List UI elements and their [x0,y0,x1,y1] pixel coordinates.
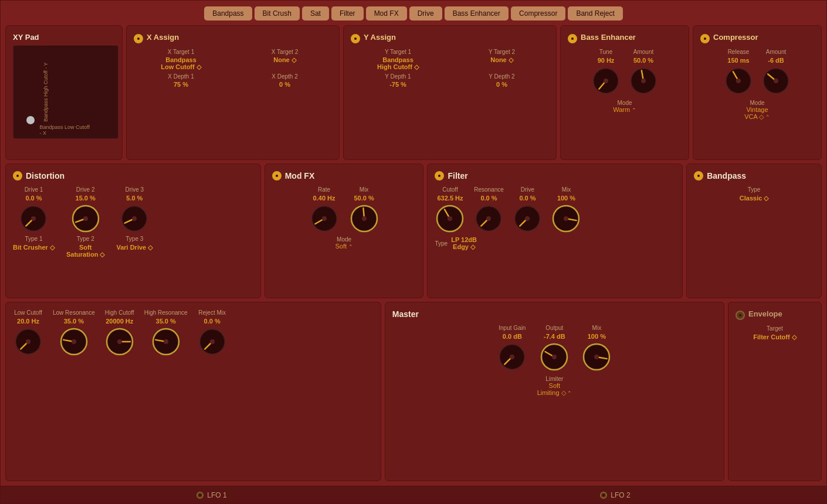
low-res-group: Low Resonance 35.0 % [53,309,95,357]
x-target1-value[interactable]: BandpassLow Cutoff ◇ [134,56,228,71]
high-cutoff-label: High Cutoff [105,309,134,316]
filter-resonance-knob[interactable] [473,203,504,234]
bandpass-power[interactable] [694,171,703,181]
master-knobs: Input Gain 0.0 dB Output -7.4 dB [392,325,717,372]
filter-resonance-value: 0.0 % [480,195,497,202]
drive3-label: Drive 3 [125,186,144,193]
y-depth2-value[interactable]: 0 % [455,81,549,88]
drive2-knob[interactable] [70,203,101,234]
y-depth1-value[interactable]: -75 % [351,81,445,88]
svg-point-59 [552,355,557,359]
drive1-label: Drive 1 [25,186,43,193]
master-input-knob[interactable] [497,342,527,372]
y-target2-value[interactable]: None ◇ [455,56,549,64]
low-res-knob[interactable] [59,326,89,357]
bass-amount-group: Amount 50.0 % [628,49,659,96]
x-assign-power[interactable] [134,34,143,43]
x-depth1-value[interactable]: 75 % [134,81,228,88]
svg-point-8 [736,79,741,83]
xy-pad-box[interactable]: Bandpass High Cutoff - Y Bandpass Low Cu… [13,45,118,139]
bass-enhancer-power[interactable] [568,34,577,43]
tab-sat[interactable]: Sat [302,6,329,21]
modfx-mode-value[interactable]: Soft [335,243,353,250]
bass-enhancer-title: Bass Enhancer [581,33,636,42]
modfx-mix-knob[interactable] [349,203,379,234]
low-cutoff-value: 20.0 Hz [17,318,39,325]
tab-drive[interactable]: Drive [409,6,442,21]
lfo1-power[interactable] [196,492,204,499]
low-res-value: 35.0 % [64,318,84,325]
reject-mix-knob[interactable] [197,326,228,357]
bass-enhancer-knobs: Tune 90 Hz Amount 50.0 % [568,49,682,96]
y-assign-power[interactable] [351,34,360,43]
modfx-mix-label: Mix [360,186,369,193]
envelope-panel: Envelope Target Filter Cutoff ◇ [728,302,822,481]
tab-bitcrush[interactable]: Bit Crush [255,6,300,21]
filter-drive-value: 0.0 % [519,195,535,202]
bass-tune-label: Tune [599,49,612,55]
svg-point-11 [774,79,778,83]
x-depth1-label: X Depth 1 [134,73,228,80]
modfx-power[interactable] [272,171,282,181]
compressor-power[interactable] [700,34,710,43]
envelope-target-value[interactable]: Filter Cutoff ◇ [753,333,796,341]
band-reject-panel: Low Cutoff 20.0 Hz Low Resonance 35.0 % [5,302,381,481]
master-panel: Master Input Gain 0.0 dB Ou [385,302,724,481]
high-res-knob[interactable] [151,326,181,357]
drive3-group: Drive 3 5.0 % Type 3 Vari Drive ◇ [116,186,152,251]
envelope-power[interactable] [736,311,745,320]
modfx-rate-knob[interactable] [309,203,340,234]
bass-mode-value[interactable]: Warm [613,106,636,113]
distortion-power[interactable] [13,171,22,181]
master-input-label: Input Gain [499,325,526,331]
type3-value[interactable]: Vari Drive ◇ [116,244,152,251]
filter-drive-knob[interactable] [512,203,543,234]
drive2-group: Drive 2 15.0 % Type 2 SoftSaturation ◇ [66,186,104,258]
master-output-knob[interactable] [539,342,570,372]
master-mix-label: Mix [592,325,602,331]
type1-value[interactable]: Bit Crusher ◇ [13,244,55,251]
comp-amount-value: -6 dB [768,57,784,64]
tab-band-reject[interactable]: Band Reject [568,6,622,21]
filter-power[interactable] [435,171,444,181]
reject-mix-label: Reject Mix [198,309,226,316]
comp-amount-group: Amount -6 dB [761,49,791,96]
master-limiter-value[interactable]: SoftLimiting ◇ [537,382,572,397]
high-cutoff-knob[interactable] [104,326,135,357]
tab-filter[interactable]: Filter [331,6,364,21]
master-mix-knob[interactable] [581,342,612,372]
bandpass-title: Bandpass [707,171,746,181]
type2-value[interactable]: SoftSaturation ◇ [66,244,104,258]
bass-amount-value: 50.0 % [633,57,653,64]
svg-point-44 [72,339,76,344]
y-assign-header: Y Assign [351,33,549,44]
filter-title: Filter [448,171,467,181]
bandpass-type-label: Type [748,186,761,193]
tab-modfx[interactable]: Mod FX [366,6,407,21]
comp-amount-knob[interactable] [761,66,791,96]
lfo2-power[interactable] [600,492,607,499]
drive3-knob[interactable] [119,203,150,234]
drive3-value: 5.0 % [126,195,143,202]
lfo2-label: LFO 2 [600,491,630,499]
master-header: Master [392,309,717,319]
low-cutoff-knob[interactable] [13,326,43,357]
filter-mix-knob[interactable] [551,203,581,234]
y-target1-value[interactable]: BandpassHigh Cutoff ◇ [351,56,445,71]
tab-compressor[interactable]: Compressor [511,6,565,21]
svg-point-62 [594,355,599,359]
drive1-knob[interactable] [18,203,49,234]
bandpass-type-value[interactable]: Classic ◇ [740,195,769,202]
type2-label: Type 2 [77,236,94,242]
tab-bandpass[interactable]: Bandpass [204,6,252,21]
filter-type-value[interactable]: LP 12dBEdgy ◇ [451,236,477,251]
filter-cutoff-knob[interactable] [435,203,465,234]
bass-tune-knob[interactable] [591,66,621,96]
tab-bass-enhancer[interactable]: Bass Enhancer [445,6,509,21]
x-depth2-value[interactable]: 0 % [238,81,332,88]
comp-release-knob[interactable] [723,66,754,96]
x-target2-label: X Target 2 [238,49,332,55]
x-target2-value[interactable]: None ◇ [238,56,332,64]
bass-amount-knob[interactable] [628,66,659,96]
comp-mode-value[interactable]: VintageVCA ◇ [744,106,770,121]
